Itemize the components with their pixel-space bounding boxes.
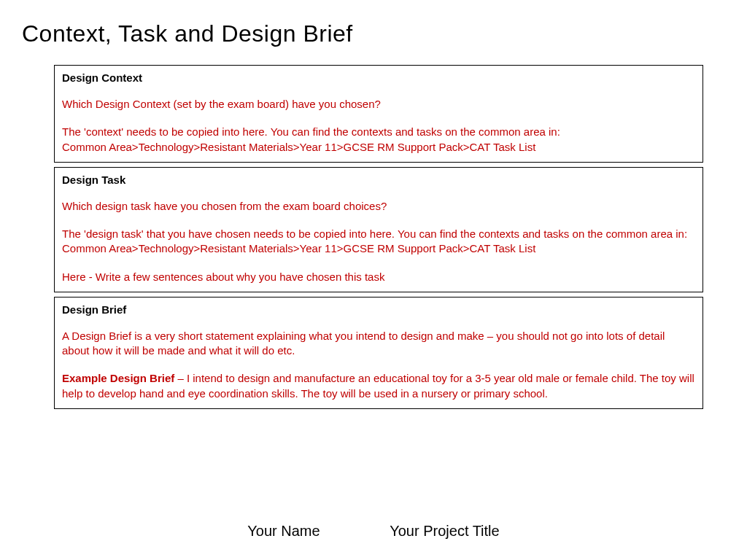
footer-project-title: Your Project Title <box>390 523 499 540</box>
design-task-instruction: The 'design task' that you have chosen n… <box>62 227 695 257</box>
page-title: Context, Task and Design Brief <box>0 0 747 47</box>
footer-name: Your Name <box>247 523 320 540</box>
design-context-instruction-line2: Common Area>Technology>Resistant Materia… <box>62 141 535 153</box>
boxes-container: Design Context Which Design Context (set… <box>0 47 747 409</box>
design-brief-heading: Design Brief <box>62 303 695 316</box>
design-task-box: Design Task Which design task have you c… <box>54 167 703 292</box>
design-task-heading: Design Task <box>62 174 695 186</box>
design-context-heading: Design Context <box>62 71 695 84</box>
design-task-question: Which design task have you chosen from t… <box>62 199 695 214</box>
design-context-box: Design Context Which Design Context (set… <box>54 65 703 163</box>
design-context-question: Which Design Context (set by the exam bo… <box>62 97 695 112</box>
design-context-instruction-line1: The 'context' needs to be copied into he… <box>62 125 560 138</box>
design-task-body: Which design task have you chosen from t… <box>62 199 695 284</box>
design-task-note: Here - Write a few sentences about why y… <box>62 270 695 284</box>
design-brief-example-label: Example Design Brief <box>62 372 174 384</box>
design-context-instruction: The 'context' needs to be copied into he… <box>62 125 695 155</box>
design-brief-example: Example Design Brief – I intend to desig… <box>62 371 695 401</box>
design-brief-description: A Design Brief is a very short statement… <box>62 329 695 359</box>
design-context-body: Which Design Context (set by the exam bo… <box>62 97 695 155</box>
footer: Your Name Your Project Title <box>0 523 747 540</box>
design-brief-box: Design Brief A Design Brief is a very sh… <box>54 297 703 409</box>
design-brief-body: A Design Brief is a very short statement… <box>62 329 695 401</box>
